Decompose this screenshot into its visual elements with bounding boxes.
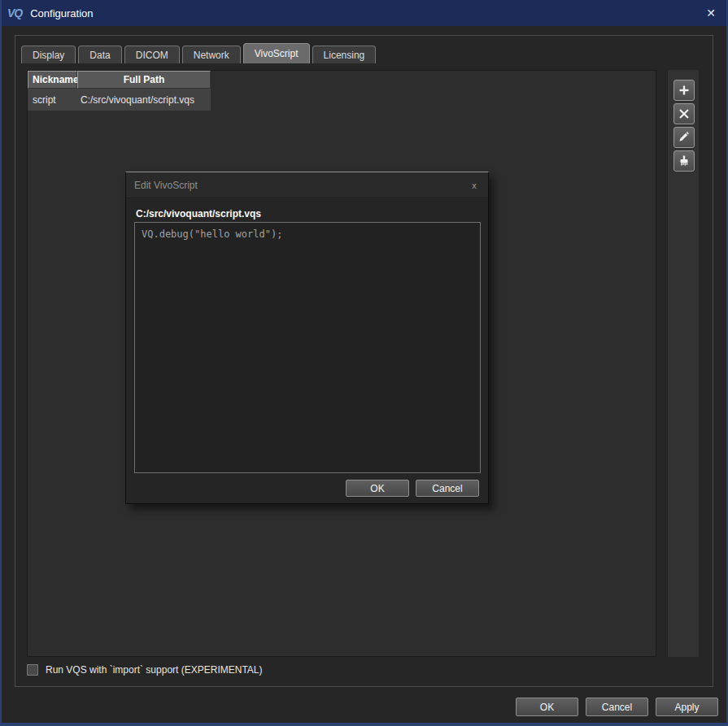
dialog-titlebar[interactable]: Edit VivoScript x (126, 172, 488, 198)
tab-dicom[interactable]: DICOM (124, 46, 180, 63)
script-list-header: Nickname Full Path (28, 71, 656, 89)
plus-icon (678, 85, 690, 96)
pencil-icon (678, 132, 690, 143)
tab-vivoscript[interactable]: VivoScript (243, 43, 310, 63)
x-icon (678, 108, 690, 120)
dialog-close-button[interactable]: x (467, 178, 482, 193)
configuration-window: VQ Configuration ✕ Display Data DICOM Ne… (0, 0, 728, 726)
brush-icon (678, 155, 690, 167)
cell-full-path: C:/src/vivoquant/script.vqs (77, 94, 194, 106)
column-header-nickname: Nickname (28, 71, 77, 89)
run-script-button[interactable] (674, 150, 695, 172)
dialog-cancel-button[interactable]: Cancel (416, 480, 479, 497)
window-title: Configuration (30, 7, 93, 20)
window-close-button[interactable]: ✕ (694, 0, 728, 26)
script-path-label: C:/src/vivoquant/script.vqs (136, 208, 261, 220)
cancel-button[interactable]: Cancel (586, 698, 648, 716)
edit-vivoscript-dialog: Edit VivoScript x C:/src/vivoquant/scrip… (125, 172, 489, 504)
script-toolbar (667, 70, 700, 657)
run-vqs-import-label: Run VQS with `import` support (EXPERIMEN… (46, 664, 263, 676)
edit-script-button[interactable] (674, 127, 695, 148)
dialog-title: Edit VivoScript (134, 180, 198, 191)
run-vqs-import-checkbox[interactable] (27, 664, 38, 676)
experimental-option-row: Run VQS with `import` support (EXPERIMEN… (27, 664, 263, 676)
footer-button-row: OK Cancel Apply (516, 698, 718, 716)
add-script-button[interactable] (674, 80, 695, 101)
apply-button[interactable]: Apply (656, 698, 718, 716)
script-code-editor[interactable]: VQ.debug("hello world"); (134, 222, 481, 473)
cell-nickname: script (28, 94, 77, 106)
vivoquant-logo-icon: VQ (7, 7, 22, 20)
tab-data[interactable]: Data (78, 46, 121, 63)
dialog-button-row: OK Cancel (346, 480, 479, 497)
tab-display[interactable]: Display (21, 46, 76, 63)
dialog-ok-button[interactable]: OK (346, 480, 409, 497)
ok-button[interactable]: OK (516, 698, 578, 716)
remove-script-button[interactable] (674, 103, 695, 124)
config-tab-bar: Display Data DICOM Network VivoScript Li… (21, 43, 378, 63)
tab-licensing[interactable]: Licensing (312, 46, 377, 63)
tab-network[interactable]: Network (182, 46, 241, 63)
column-header-full-path: Full Path (77, 71, 211, 89)
table-row[interactable]: script C:/src/vivoquant/script.vqs (28, 89, 211, 111)
window-titlebar[interactable]: VQ Configuration ✕ (0, 0, 728, 26)
